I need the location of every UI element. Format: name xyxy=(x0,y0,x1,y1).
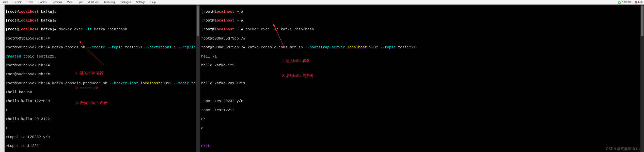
cmd-kafka-producer: root@b03ba55d79cb:/# kafka-console-produ… xyxy=(6,81,199,86)
producer-line: >hell ka^H^H xyxy=(6,90,199,95)
terminal-right[interactable]: [root@localhost ~]# [root@localhost ~]# … xyxy=(200,5,644,152)
annotation-text: 1. 进入kafka 容器 xyxy=(282,59,313,64)
menu-multiexec[interactable]: MultiExec xyxy=(85,1,101,4)
consumer-line xyxy=(201,135,643,140)
scrollbar[interactable] xyxy=(640,5,644,152)
producer-line: >topci test2023? y/n xyxy=(6,135,199,140)
producer-line: > xyxy=(6,126,199,131)
annotation-left: 1. 进入kafka 容器 2. create topic 3. 启动kafka… xyxy=(76,61,107,116)
consumer-line: hello kafka-122 xyxy=(201,63,643,68)
menu-packages[interactable]: Packages xyxy=(117,1,134,4)
prompt-line: [root@localhost kafka]# xyxy=(6,10,199,14)
consumer-exit: exit xyxy=(201,144,643,148)
cmd-docker-exec: [root@localhost kafka]# docker exec -it … xyxy=(6,27,199,32)
menu-session[interactable]: ssion xyxy=(0,1,11,4)
scrollbar-thumb[interactable] xyxy=(641,6,643,36)
exit-button[interactable]: Exit xyxy=(635,1,642,4)
producer-line: >topci test1221! xyxy=(6,144,199,148)
output-created: Created topic test1221. xyxy=(6,54,199,59)
menu-tools[interactable]: Tools xyxy=(25,1,36,4)
menu-games[interactable]: Games xyxy=(36,1,49,4)
consumer-line: hello kafka-20131221 xyxy=(201,81,643,86)
prompt-line: [root@localhost ~]# xyxy=(201,10,643,14)
consumer-line: e\ xyxy=(201,117,643,122)
menu-settings[interactable]: Settings xyxy=(134,1,148,4)
consumer-line: topci test2023? y/n xyxy=(201,99,643,104)
producer-line: >hello kafka-20131221 xyxy=(6,117,199,122)
svg-rect-2 xyxy=(636,1,636,3)
xserver-button[interactable]: X server xyxy=(618,1,631,4)
producer-line: >hello kafka-122^H^H xyxy=(6,99,199,104)
scrollbar-thumb[interactable] xyxy=(197,6,199,36)
menu-servers[interactable]: Servers xyxy=(11,1,25,4)
menu-help[interactable]: Help xyxy=(148,1,158,4)
container-prompt: root@b03ba55d79cb:/# xyxy=(6,72,199,77)
prompt-line: [root@localhost ~]# xyxy=(201,18,643,23)
menu-tunneling[interactable]: Tunneling xyxy=(101,1,117,4)
consumer-line: topci test1221! xyxy=(201,108,643,113)
x-icon xyxy=(618,1,621,4)
cmd-docker-exec: [root@localhost ~]# docker exec -it kafk… xyxy=(201,27,643,32)
consumer-line xyxy=(201,72,643,77)
producer-line: > xyxy=(6,108,199,113)
menu-view[interactable]: View xyxy=(65,1,75,4)
menubar: ssion Servers Tools Games Sessions View … xyxy=(0,0,644,5)
scrollbar[interactable] xyxy=(196,5,200,152)
menu-sessions[interactable]: Sessions xyxy=(49,1,65,4)
left-sidebar xyxy=(0,5,5,152)
svg-line-3 xyxy=(80,41,104,65)
container-prompt: root@b03ba55d79cb:/# xyxy=(6,36,199,41)
menu-split[interactable]: Split xyxy=(75,1,85,4)
exit-icon xyxy=(635,1,638,4)
terminal-left[interactable]: [root@localhost kafka]# [root@localhost … xyxy=(5,5,200,152)
consumer-line: e xyxy=(201,126,643,131)
container-prompt: root@b03ba55d79cb:/# xyxy=(6,63,199,68)
container-prompt: root@b03ba55d79cb:/# xyxy=(201,36,643,41)
annotation-text: 2. create topic xyxy=(76,86,107,91)
prompt-line: [root@localhost kafka]# xyxy=(6,18,199,23)
consumer-line: hell ka xyxy=(201,54,643,59)
xserver-label: X server xyxy=(622,1,631,3)
consumer-line xyxy=(201,90,643,95)
cmd-kafka-consumer: root@b03ba55d79cb:/# kafka-console-consu… xyxy=(201,45,643,50)
cmd-kafka-topics: root@b03ba55d79cb:/# kafka-topics.sh --c… xyxy=(6,45,199,50)
exit-label: Exit xyxy=(638,1,642,3)
